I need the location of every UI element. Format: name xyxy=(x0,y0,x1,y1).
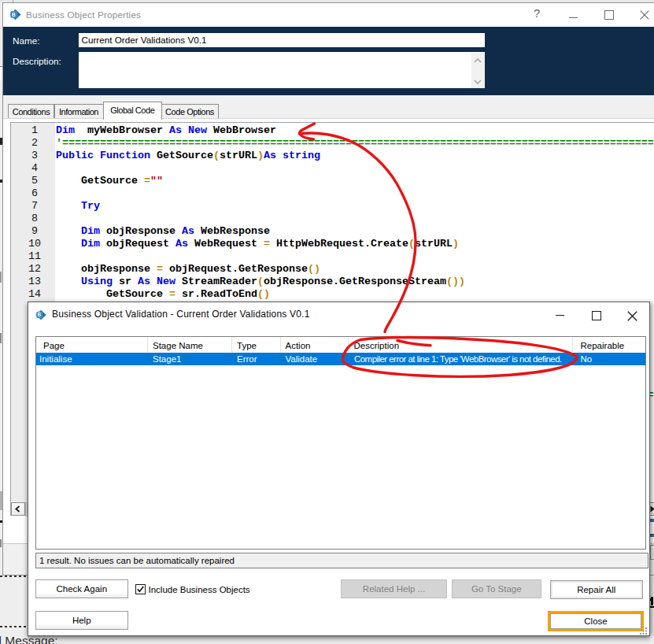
svg-text:B: B xyxy=(38,312,42,317)
svg-text:B: B xyxy=(12,12,16,17)
